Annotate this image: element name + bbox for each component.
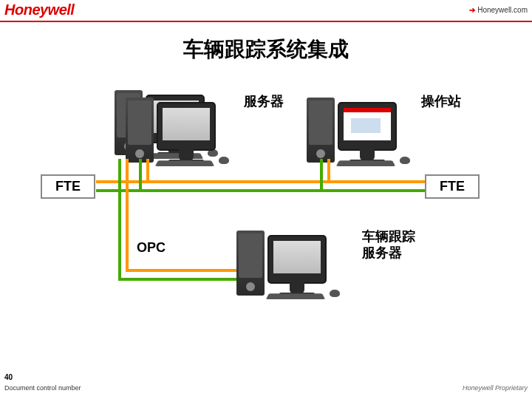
opc-green-horiz	[118, 278, 251, 281]
proprietary-note: Honeywell Proprietary	[463, 384, 528, 392]
server-drop-orange	[146, 159, 149, 183]
fte-bus-green	[96, 189, 425, 192]
tracking-label-l1: 车辆跟踪	[362, 229, 415, 244]
tracking-server-computer	[236, 214, 347, 296]
station-drop-orange	[327, 159, 330, 183]
fte-bus-orange	[96, 180, 425, 183]
server-computer	[126, 81, 236, 163]
server-label: 服务器	[244, 92, 284, 110]
site-link-text: Honeywell.com	[477, 6, 528, 14]
tracking-label-l2: 服务器	[362, 245, 402, 260]
opc-orange-vert1	[126, 159, 129, 272]
doc-control: Document control number	[4, 384, 81, 392]
arrow-right-icon: ➔	[469, 6, 475, 14]
diagram-canvas: 服务器 操作站 FTE FTE OPC 车辆跟踪 服务器	[0, 59, 532, 369]
page-number: 40	[4, 373, 13, 381]
header-bar: Honeywell ➔ Honeywell.com	[0, 0, 532, 22]
server-drop-green	[139, 159, 142, 192]
brand-logo: Honeywell	[4, 1, 74, 18]
site-link[interactable]: ➔ Honeywell.com	[469, 6, 528, 14]
opc-label: OPC	[137, 240, 166, 256]
station-computer	[307, 81, 417, 163]
fte-right-box: FTE	[425, 174, 480, 199]
tracking-label: 车辆跟踪 服务器	[362, 229, 415, 261]
station-label: 操作站	[421, 92, 461, 110]
station-drop-green	[320, 159, 323, 192]
fte-left-box: FTE	[41, 174, 95, 199]
opc-green-vert1	[118, 159, 121, 281]
